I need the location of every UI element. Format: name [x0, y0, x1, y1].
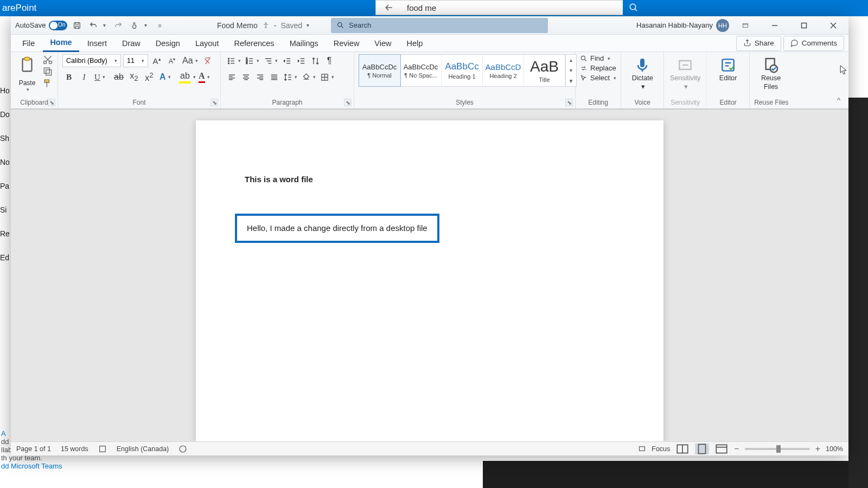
zoom-thumb[interactable]: [776, 445, 781, 453]
comments-button[interactable]: Comments: [783, 36, 844, 51]
paste-caret[interactable]: ▾: [16, 87, 39, 92]
sharepoint-search-button[interactable]: [623, 0, 644, 15]
styles-scroll-up[interactable]: ▴: [566, 55, 576, 65]
zoom-level[interactable]: 100%: [826, 445, 843, 453]
user-avatar[interactable]: HH: [716, 19, 729, 32]
reuse-files-button[interactable]: Reuse Files: [754, 54, 788, 91]
read-mode[interactable]: [675, 444, 690, 454]
close-button[interactable]: [820, 16, 846, 35]
multilevel-button[interactable]: ▾: [262, 54, 279, 67]
change-case[interactable]: Aa▾: [181, 54, 198, 67]
paste-icon[interactable]: [18, 54, 36, 76]
undo-caret[interactable]: ▾: [103, 22, 108, 28]
styles-launcher[interactable]: ⬊: [565, 99, 573, 106]
replace-button[interactable]: Replace: [580, 64, 616, 72]
paste-label[interactable]: Paste: [15, 79, 39, 87]
font-launcher[interactable]: ⬊: [210, 99, 218, 106]
bold-button[interactable]: B: [62, 70, 75, 84]
font-size-select[interactable]: 11▾: [123, 54, 148, 67]
spell-check-icon[interactable]: [98, 445, 107, 453]
page[interactable]: This is a word file Hello, I made a chan…: [196, 120, 663, 441]
clear-formatting[interactable]: [200, 54, 213, 67]
zoom-out[interactable]: −: [734, 444, 739, 454]
shading-button[interactable]: ▾: [300, 70, 317, 84]
align-justify[interactable]: [267, 70, 280, 84]
editor-button[interactable]: Editor: [711, 54, 745, 82]
cut-icon[interactable]: [42, 54, 53, 65]
paragraph-launcher[interactable]: ⬊: [344, 99, 352, 106]
focus-label[interactable]: Focus: [652, 445, 670, 453]
shrink-font[interactable]: A▾: [165, 54, 178, 67]
grow-font[interactable]: A▴: [150, 54, 163, 67]
tab-draw[interactable]: Draw: [115, 35, 148, 52]
tab-review[interactable]: Review: [327, 35, 367, 52]
autosave-toggle[interactable]: On: [49, 21, 67, 30]
clipboard-launcher[interactable]: ⬊: [48, 99, 55, 106]
italic-button[interactable]: I: [78, 70, 91, 84]
tab-mailings[interactable]: Mailings: [283, 35, 326, 52]
collapse-ribbon-button[interactable]: ^: [833, 94, 844, 105]
accessibility-status-icon[interactable]: [178, 445, 187, 453]
show-marks-button[interactable]: ¶: [323, 54, 336, 67]
maximize-button[interactable]: [791, 16, 817, 35]
decrease-indent[interactable]: [280, 54, 293, 67]
sharepoint-search-back[interactable]: [375, 0, 401, 15]
copy-icon[interactable]: [42, 66, 53, 77]
tab-insert[interactable]: Insert: [80, 35, 114, 52]
underline-button[interactable]: U▾: [93, 70, 110, 84]
style-normal[interactable]: AaBbCcDc¶ Normal: [359, 55, 400, 86]
borders-button[interactable]: ▾: [318, 70, 336, 84]
language-indicator[interactable]: English (Canada): [117, 445, 169, 453]
font-name-select[interactable]: Calibri (Body)▾: [62, 54, 121, 67]
style-no-spacing[interactable]: AaBbCcDc¶ No Spac...: [400, 55, 442, 86]
document-line-2[interactable]: Hello, I made a change directly from a d…: [247, 223, 427, 233]
undo-button[interactable]: [87, 19, 100, 32]
style-heading-1[interactable]: AaBbCcHeading 1: [442, 55, 483, 86]
bullets-button[interactable]: ▾: [225, 54, 242, 67]
qat-customize[interactable]: ≡: [153, 19, 166, 32]
subscript-button[interactable]: x2: [127, 70, 141, 84]
status-caret[interactable]: ▾: [307, 22, 312, 28]
zoom-in[interactable]: +: [815, 444, 820, 454]
ribbon-display-button[interactable]: [732, 16, 758, 35]
tab-design[interactable]: Design: [149, 35, 187, 52]
tab-file[interactable]: File: [15, 35, 42, 52]
strikethrough-button[interactable]: ab: [112, 70, 125, 84]
tab-layout[interactable]: Layout: [188, 35, 226, 52]
minimize-button[interactable]: [762, 16, 788, 35]
web-layout[interactable]: [714, 444, 729, 454]
line-spacing[interactable]: ▾: [282, 70, 299, 84]
sort-button[interactable]: [309, 54, 322, 67]
share-button[interactable]: Share: [736, 36, 781, 51]
tab-help[interactable]: Help: [400, 35, 430, 52]
styles-expand[interactable]: ▼: [566, 76, 576, 86]
align-right[interactable]: [253, 70, 266, 84]
dictate-button[interactable]: Dictate ▾: [626, 54, 659, 91]
styles-gallery[interactable]: AaBbCcDc¶ Normal AaBbCcDc¶ No Spac... Aa…: [359, 54, 577, 87]
style-heading-2[interactable]: AaBbCcDHeading 2: [483, 55, 524, 86]
page-indicator[interactable]: Page 1 of 1: [16, 445, 51, 453]
tab-references[interactable]: References: [227, 35, 281, 52]
word-count[interactable]: 15 words: [61, 445, 88, 453]
zoom-slider[interactable]: [745, 448, 810, 450]
align-left[interactable]: [225, 70, 238, 84]
styles-scroll-down[interactable]: ▾: [566, 65, 576, 75]
align-center[interactable]: [239, 70, 252, 84]
increase-indent[interactable]: [295, 54, 308, 67]
numbering-button[interactable]: 123▾: [244, 54, 261, 67]
sharepoint-search-input[interactable]: [401, 0, 623, 15]
tab-view[interactable]: View: [367, 35, 398, 52]
superscript-button[interactable]: x2: [143, 70, 156, 84]
find-button[interactable]: Find▾: [580, 54, 616, 62]
tab-home[interactable]: Home: [43, 35, 79, 52]
highlight-button[interactable]: ab▾: [177, 70, 195, 84]
save-button[interactable]: [71, 19, 84, 32]
document-line-1[interactable]: This is a word file: [245, 175, 615, 184]
touch-mode-button[interactable]: [128, 19, 141, 32]
format-painter-icon[interactable]: [42, 78, 53, 89]
text-effects[interactable]: A▾: [158, 70, 175, 84]
touch-caret[interactable]: ▾: [144, 22, 150, 28]
print-layout[interactable]: [695, 444, 709, 454]
font-color-button[interactable]: A▾: [197, 70, 214, 84]
title-search-box[interactable]: Search: [331, 18, 548, 33]
